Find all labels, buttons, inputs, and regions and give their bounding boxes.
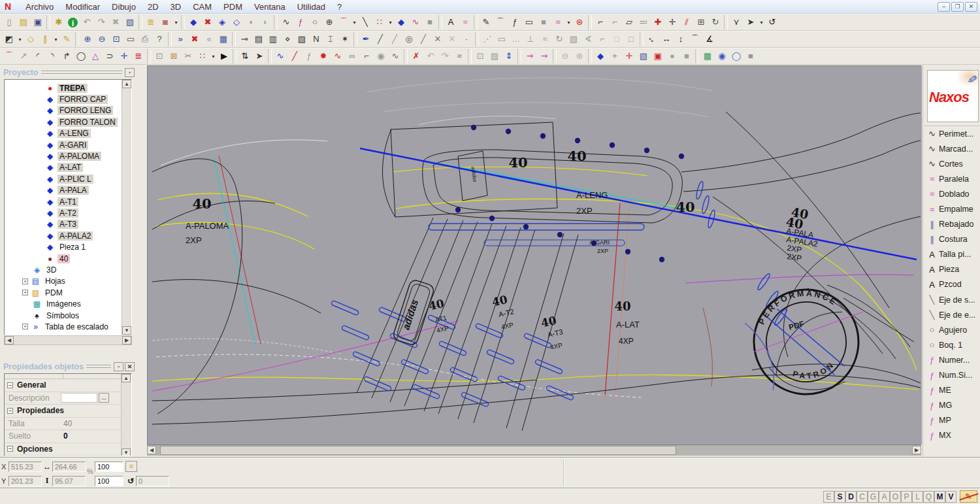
expand-icon[interactable]: + [22,324,28,329]
dropdown-arrow-icon[interactable]: ▾ [172,20,180,25]
diamond-fill-icon[interactable]: ◆ [394,15,408,29]
width-field[interactable]: 264.66 [52,462,86,472]
box-height-icon[interactable]: ⌶ [323,32,338,46]
image-insert-icon[interactable]: ▦ [700,49,715,63]
text-icon[interactable]: A [444,15,458,29]
play-next-icon[interactable]: ▶ [217,49,231,63]
tool-num-si-[interactable]: ƒNum.Si... [924,368,979,383]
snap-toggle-g[interactable]: G [868,491,879,503]
corner-trim-icon[interactable]: ⌐ [593,15,608,29]
cross-lines-icon[interactable]: ✕ [431,32,445,46]
link-curves-icon[interactable]: ∞ [345,49,359,63]
menu-modificar[interactable]: Modificar [59,1,106,13]
box-gray-icon[interactable]: ■ [679,49,694,63]
flip-vertical-icon[interactable]: ⇅ [238,49,252,63]
help-doc-icon[interactable]: ? [152,32,167,46]
property-section-general[interactable]: –General [5,379,121,392]
dropdown-arrow-icon[interactable]: ▾ [387,20,394,25]
scroll-right-icon[interactable]: ▶ [122,336,131,344]
tool-mp[interactable]: ƒMP [924,413,979,428]
tree-item-trepa[interactable]: ●TREPA [5,82,131,93]
prev-size-icon[interactable]: « [202,32,216,46]
curve-f-icon[interactable]: ƒ [293,15,308,29]
tree-item-a-plic-l[interactable]: ◆A-PLIC L [5,173,131,184]
tool-pieza[interactable]: APieza [924,262,979,277]
line-two-points-icon[interactable]: ╱ [373,32,387,46]
pen-curve-icon[interactable]: ✎ [59,32,74,46]
tree-item-forro-leng[interactable]: ◆FORRO LENG [5,105,131,116]
wave-pink-icon[interactable]: ≈ [458,15,472,29]
menu-cam[interactable]: CAM [187,1,218,13]
apply-curve-line-icon[interactable]: ⇝ [537,49,551,63]
measure-angle-icon[interactable]: ∢ [581,32,595,46]
ray-icon[interactable]: ╱ [416,32,431,46]
curve-f2-icon[interactable]: ƒ [508,15,522,29]
properties-vertical-scrollbar[interactable]: ▲ ▼ [121,374,131,456]
browse-button[interactable]: ... [99,393,109,403]
compass-small-icon[interactable]: ⌖ [608,49,622,63]
gray-square-icon[interactable]: ■ [423,15,437,29]
expand-icon[interactable]: + [22,278,28,284]
scroll-down-icon[interactable]: ▼ [122,326,131,335]
copy-object-icon[interactable]: ⊡ [473,49,487,63]
paste-icon[interactable]: ⊠ [167,49,181,63]
tree-item-pieza-1[interactable]: ◆Pieza 1 [5,241,131,252]
dropdown-arrow-icon[interactable]: ▾ [351,20,358,25]
cut-icon[interactable]: ✂ [181,49,195,63]
save-icon[interactable]: ▣ [31,15,45,29]
tree-item-a-pala[interactable]: ◆A-PALA [5,185,131,196]
menu-utilidad[interactable]: Utilidad [291,1,331,13]
arc-corner-icon[interactable]: ⌒ [493,15,508,29]
form-export-icon[interactable]: ▧ [636,49,651,63]
small-point-icon[interactable]: · [459,32,474,46]
undo-curve-icon[interactable]: ↶ [423,49,438,63]
tree-item-forro-talon[interactable]: ◆FORRO TALON [5,116,131,127]
ruler-marks-icon[interactable]: ≕ [636,15,651,29]
measure-circle-icon[interactable]: ↻ [552,32,566,46]
measure-corner-icon[interactable]: ⌐ [595,32,610,46]
curve-icon[interactable]: ∿ [279,15,293,29]
select-cross-icon[interactable]: ➤ [252,49,267,63]
minimize-button[interactable]: – [938,2,950,12]
new-document-icon[interactable]: ▯ [2,15,16,29]
tree-item-im-genes[interactable]: ▦Imágenes [5,298,131,309]
rotate-shape-icon[interactable]: ↻ [708,15,723,29]
tool-cortes[interactable]: ∿Cortes [924,156,979,171]
snap-toggle-o[interactable]: O [890,491,901,503]
scroll-down-icon[interactable]: ▼ [122,448,131,456]
pyramid-icon[interactable]: △ [88,49,103,63]
height-field[interactable]: 95.07 [52,476,86,486]
draw-disabled-icon[interactable]: ✎ [960,490,977,503]
next-size-icon[interactable]: » [173,32,188,46]
zoom-page-icon[interactable]: ⊡ [109,32,123,46]
measure-area-icon[interactable]: ▧ [566,32,581,46]
height-measure-icon[interactable]: ↕ [674,32,688,46]
double-slash-icon[interactable]: ⫽ [679,15,694,29]
pattern-select-icon[interactable]: ◩ [2,32,16,46]
smooth-wave-icon[interactable]: ∿ [388,49,402,63]
tool-agujero[interactable]: ○Agujero [924,322,979,337]
tool-perimet-[interactable]: ∿Perimet... [924,126,979,141]
scroll-left-icon[interactable]: ◀ [5,336,14,344]
delete-icon[interactable]: ✖ [108,15,123,29]
tree-item-forro-cap[interactable]: ◆FORRO CAP [5,93,131,105]
blob-gray-icon[interactable]: ● [665,49,679,63]
project-panel-collapse-button[interactable]: ▫ [125,68,135,77]
box-dotted-arrow-icon[interactable]: □ [624,32,638,46]
dropdown-arrow-icon[interactable]: ▾ [16,37,24,42]
tool-boq-1[interactable]: ○Boq. 1 [924,337,979,352]
tool-me[interactable]: ƒME [924,383,979,398]
curve-red-nodes-icon[interactable]: ∿ [331,49,345,63]
tool-paralela[interactable]: ≈Paralela [924,171,979,186]
zoom-gray2-icon[interactable]: ⊕ [572,49,587,63]
measure-ruler2-icon[interactable]: ▭ [495,32,509,46]
tree-item-a-paloma[interactable]: ◆A-PALOMA [5,150,131,161]
tree-item-3d[interactable]: ◈3D [5,264,131,275]
tree-item-a-gari[interactable]: ◆A-GARI [5,139,131,150]
tool-empalme[interactable]: ≈Empalme [924,201,979,216]
stairs-icon[interactable]: ⌐ [359,49,374,63]
arc-measure-icon[interactable]: ⌒ [688,32,702,46]
corner-trim-dotted-icon[interactable]: ⌐ [608,15,622,29]
cross-dotted-icon[interactable]: ✕ [445,32,459,46]
diamond-axis-icon[interactable]: ⋄ [280,32,295,46]
